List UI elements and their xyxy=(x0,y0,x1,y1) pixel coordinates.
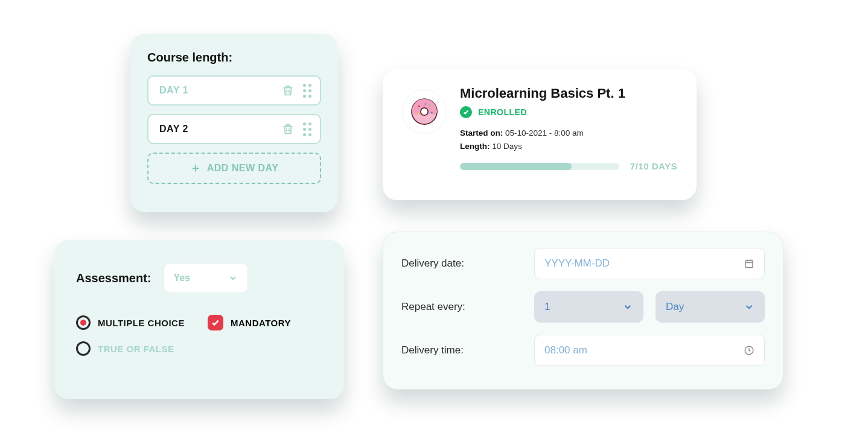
add-new-day-label: ADD NEW DAY xyxy=(207,163,279,174)
repeat-unit-value: Day xyxy=(666,301,684,313)
add-new-day-button[interactable]: ADD NEW DAY xyxy=(147,153,321,184)
chevron-down-icon xyxy=(622,302,633,312)
repeat-every-label: Repeat every: xyxy=(401,301,522,313)
delivery-time-input[interactable]: 08:00 am xyxy=(534,335,765,366)
option-mandatory[interactable]: MANDATORY xyxy=(208,315,322,330)
donut-icon xyxy=(407,95,441,128)
enrolled-course-card: Microlearning Basics Pt. 1 ENROLLED Star… xyxy=(383,69,697,200)
assessment-select-value: Yes xyxy=(174,273,191,283)
svg-point-6 xyxy=(424,103,426,105)
assessment-select[interactable]: Yes xyxy=(164,263,248,293)
delivery-time-label: Delivery time: xyxy=(401,344,522,356)
repeat-unit-select[interactable]: Day xyxy=(656,291,765,323)
option-multiple-choice[interactable]: MULTIPLE CHOICE xyxy=(76,315,191,330)
delivery-schedule-card: Delivery date: YYYY-MM-DD Repeat every: … xyxy=(383,232,783,390)
delivery-date-label: Delivery date: xyxy=(401,258,522,270)
course-avatar xyxy=(402,89,447,134)
radio-icon xyxy=(76,315,91,330)
calendar-icon xyxy=(744,258,755,269)
option-label: MULTIPLE CHOICE xyxy=(98,318,185,328)
progress-bar xyxy=(460,163,619,170)
svg-rect-7 xyxy=(745,261,753,268)
progress-bar-fill xyxy=(460,163,572,170)
course-length-title: Course length: xyxy=(147,51,321,65)
svg-point-4 xyxy=(431,112,433,113)
trash-icon[interactable] xyxy=(281,84,295,97)
day-label: DAY 1 xyxy=(159,85,188,96)
svg-point-5 xyxy=(417,113,419,115)
option-label: MANDATORY xyxy=(231,318,291,328)
repeat-count-select[interactable]: 1 xyxy=(534,291,643,323)
trash-icon[interactable] xyxy=(281,122,295,136)
chevron-down-icon xyxy=(744,302,755,312)
day-row[interactable]: DAY 1 xyxy=(147,75,321,106)
clock-icon xyxy=(744,345,755,356)
option-true-or-false[interactable]: TRUE OR FALSE xyxy=(76,341,191,356)
svg-point-3 xyxy=(429,104,430,106)
delivery-time-value: 08:00 am xyxy=(544,344,587,356)
assessment-title: Assessment: xyxy=(76,271,152,285)
svg-point-1 xyxy=(421,108,428,115)
check-icon xyxy=(460,106,472,118)
day-row[interactable]: DAY 2 xyxy=(147,114,321,144)
repeat-count-value: 1 xyxy=(544,301,550,313)
enrollment-status-text: ENROLLED xyxy=(478,107,527,117)
course-length: Length: 10 Days xyxy=(460,140,677,153)
progress-days: 7/10 DAYS xyxy=(630,161,677,171)
drag-handle-icon[interactable] xyxy=(303,122,311,136)
radio-icon xyxy=(76,341,91,356)
delivery-date-placeholder: YYYY-MM-DD xyxy=(544,258,610,270)
chevron-down-icon xyxy=(228,273,238,283)
drag-handle-icon[interactable] xyxy=(303,84,311,98)
option-label: TRUE OR FALSE xyxy=(98,344,174,354)
plus-icon xyxy=(190,163,201,174)
delivery-date-input[interactable]: YYYY-MM-DD xyxy=(534,248,765,279)
assessment-card: Assessment: Yes MULTIPLE CHOICE MANDATOR… xyxy=(54,240,344,399)
course-title: Microlearning Basics Pt. 1 xyxy=(460,86,677,101)
enrollment-status: ENROLLED xyxy=(460,106,677,118)
day-label: DAY 2 xyxy=(159,124,188,134)
course-length-card: Course length: DAY 1 DAY 2 xyxy=(130,34,338,212)
checkbox-icon xyxy=(208,315,223,330)
svg-point-2 xyxy=(418,106,420,107)
started-on: Started on: 05-10-2021 - 8:00 am xyxy=(460,127,677,140)
